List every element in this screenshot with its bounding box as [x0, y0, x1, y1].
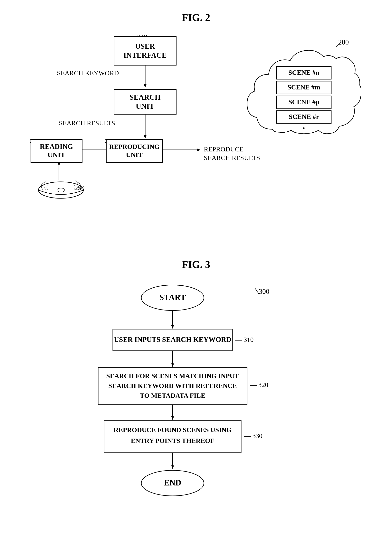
svg-text:SCENE #p: SCENE #p — [288, 98, 319, 106]
svg-text:START: START — [159, 293, 186, 302]
svg-marker-44 — [171, 465, 174, 469]
svg-text:— 330: — 330 — [244, 432, 263, 439]
svg-text:SEARCH FOR SCENES MATCHING INP: SEARCH FOR SCENES MATCHING INPUT — [106, 372, 239, 380]
svg-text:— 320: — 320 — [250, 381, 268, 388]
search-unit-box: SEARCHUNIT — [114, 89, 176, 115]
svg-marker-31 — [171, 363, 174, 367]
fig2-diagram: 240 USERINTERFACE SEARCH KEYWORD 230 SEA… — [20, 27, 372, 243]
svg-text:SCENE #r: SCENE #r — [289, 113, 319, 120]
svg-text:SCENE #m: SCENE #m — [287, 84, 320, 91]
reading-unit-box: READINGUNIT — [31, 139, 83, 163]
svg-line-22 — [255, 288, 259, 294]
svg-text:SCENE #n: SCENE #n — [288, 69, 319, 76]
search-results-label: SEARCH RESULTS — [59, 119, 115, 127]
disc-shape — [37, 180, 84, 201]
svg-text:REPRODUCE FOUND SCENES USING: REPRODUCE FOUND SCENES USING — [114, 426, 231, 434]
fig3-diagram: 300 START USER INPUTS SEARCH KEYWORD — 3… — [78, 276, 314, 531]
svg-point-11 — [57, 188, 65, 192]
user-interface-box: USERINTERFACE — [114, 36, 176, 65]
svg-text:SEARCH KEYWORD WITH REFERENCE: SEARCH KEYWORD WITH REFERENCE — [108, 382, 237, 389]
svg-text:USER INPUTS SEARCH KEYWORD: USER INPUTS SEARCH KEYWORD — [114, 336, 231, 343]
svg-text:300: 300 — [259, 288, 269, 295]
svg-text:— 310: — 310 — [235, 336, 254, 343]
fig3-arrows: 300 START USER INPUTS SEARCH KEYWORD — 3… — [78, 276, 314, 531]
cloud-shape: SCENE #n SCENE #m SCENE #p SCENE #r · — [243, 43, 361, 145]
reproducing-unit-box: REPRODUCINGUNIT — [106, 139, 163, 163]
svg-text:ENTRY POINTS THEREOF: ENTRY POINTS THEREOF — [131, 437, 214, 444]
svg-text:END: END — [164, 478, 181, 487]
svg-marker-38 — [171, 416, 174, 420]
svg-marker-26 — [171, 325, 174, 329]
svg-marker-3 — [144, 135, 147, 139]
svg-point-10 — [38, 182, 84, 198]
svg-text:TO METADATA FILE: TO METADATA FILE — [140, 392, 205, 399]
page: FIG. 2 240 USERIN — [0, 0, 392, 550]
search-keyword-label: SEARCH KEYWORD — [57, 69, 119, 77]
fig3-title: FIG. 3 — [20, 259, 372, 270]
svg-text:·: · — [303, 123, 305, 133]
svg-marker-5 — [197, 148, 201, 151]
svg-rect-39 — [104, 420, 241, 453]
fig2-title: FIG. 2 — [20, 12, 372, 23]
reproduce-search-results-label: REPRODUCESEARCH RESULTS — [204, 145, 260, 162]
